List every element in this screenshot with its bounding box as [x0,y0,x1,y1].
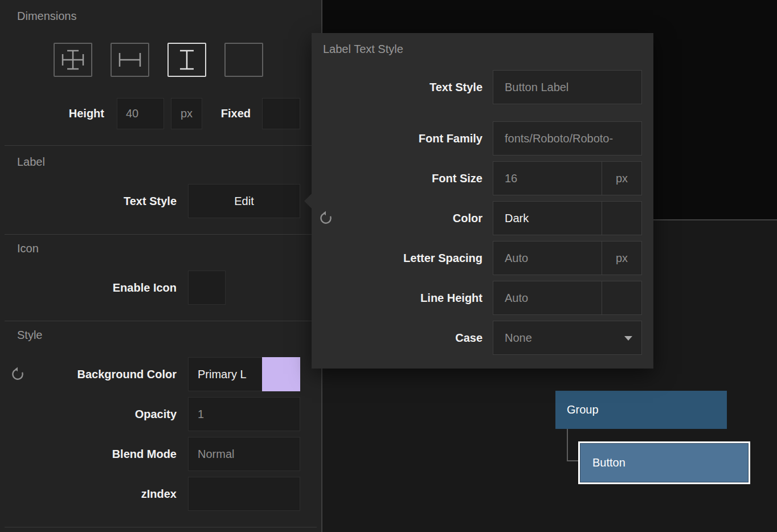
size-width-icon[interactable] [111,43,149,77]
text-style-label: Text Style [312,81,493,94]
blend-mode-select[interactable]: Normal [188,437,300,471]
blend-mode-value: Normal [198,448,234,461]
background-color-control[interactable]: Primary L [188,357,300,391]
line-height-unit-box[interactable] [602,281,641,314]
chevron-down-icon [624,336,632,341]
popover-title: Label Text Style [323,43,403,56]
font-size-unit-selector[interactable]: px [602,162,641,195]
popover-row-color: Color Dark [312,201,642,235]
popover-row-text-style: Text Style Button Label [312,70,642,104]
label-section-header: Label [17,155,45,169]
popover-row-line-height: Line Height Auto [312,281,642,315]
text-style-edit-button[interactable]: Edit [188,184,300,218]
background-color-swatch[interactable] [262,357,300,391]
section-divider [5,234,317,235]
zindex-label: zIndex [0,477,177,511]
canvas-button-element-selected[interactable]: Button [578,441,750,484]
background-color-value: Primary L [198,368,247,381]
enable-icon-label: Enable Icon [0,271,177,305]
size-none-glyph [230,48,257,71]
opacity-input[interactable]: 1 [188,397,300,431]
inspector-panel: Dimensions Height 40 px Fixed [0,0,322,532]
tree-connector-horizontal [567,460,579,461]
size-none-icon[interactable] [224,43,263,77]
canvas-group-element[interactable]: Group [555,391,727,429]
letter-spacing-label: Letter Spacing [312,252,493,265]
size-both-icon[interactable] [54,43,92,77]
button-element-label: Button [592,456,625,469]
section-divider [5,145,317,146]
size-height-icon[interactable] [167,43,206,77]
popover-caret [304,194,312,208]
color-input[interactable]: Dark [493,201,642,235]
background-color-value-button[interactable]: Primary L [188,357,262,391]
icon-section-header: Icon [17,242,39,255]
edit-button-label: Edit [234,195,253,208]
line-height-input[interactable]: Auto [493,281,642,315]
size-height-glyph [173,48,201,71]
popover-row-case: Case None [312,321,642,355]
fixed-label: Fixed [205,98,251,129]
color-label: Color [312,212,493,225]
letter-spacing-input[interactable]: Auto px [493,241,642,275]
opacity-label: Opacity [0,397,177,431]
group-element-label: Group [567,403,599,416]
case-select[interactable]: None [493,321,642,355]
zindex-input[interactable] [188,477,300,511]
blend-mode-label: Blend Mode [0,437,177,471]
font-family-value: fonts/Roboto/Roboto- [493,122,641,155]
letter-spacing-unit-selector[interactable]: px [602,242,641,275]
section-divider [5,321,317,321]
case-label: Case [312,332,493,345]
height-unit: px [181,107,193,120]
size-both-glyph [59,48,87,71]
background-color-label: Background Color [0,357,177,391]
label-text-style-popover: Label Text Style Text Style Button Label… [312,33,653,369]
height-label: Height [0,98,104,129]
style-section-header: Style [17,329,42,342]
enable-icon-checkbox[interactable] [188,271,226,305]
popover-row-font-size: Font Size 16 px [312,161,642,195]
line-height-value: Auto [493,281,602,314]
case-value: None [493,321,641,354]
height-input[interactable]: 40 [117,98,164,129]
dimensions-section-header: Dimensions [17,10,76,23]
color-value: Dark [493,202,602,235]
popover-row-letter-spacing: Letter Spacing Auto px [312,241,642,275]
tree-connector-vertical [567,429,568,461]
letter-spacing-value: Auto [493,242,602,275]
opacity-value: 1 [198,408,204,421]
font-size-value: 16 [493,162,602,195]
text-style-input[interactable]: Button Label [493,70,642,104]
font-size-input[interactable]: 16 px [493,161,642,195]
size-width-glyph [116,48,144,71]
text-style-label: Text Style [0,184,177,218]
fixed-checkbox[interactable] [262,98,300,129]
color-unit-box[interactable] [602,202,641,235]
font-size-label: Font Size [312,172,493,185]
font-family-input[interactable]: fonts/Roboto/Roboto- [493,121,642,155]
section-divider [5,527,317,527]
line-height-label: Line Height [312,292,493,305]
text-style-value: Button Label [493,71,641,104]
height-value: 40 [126,107,138,120]
font-family-label: Font Family [312,132,493,145]
height-unit-selector[interactable]: px [171,98,202,129]
popover-row-font-family: Font Family fonts/Roboto/Roboto- [312,121,642,155]
